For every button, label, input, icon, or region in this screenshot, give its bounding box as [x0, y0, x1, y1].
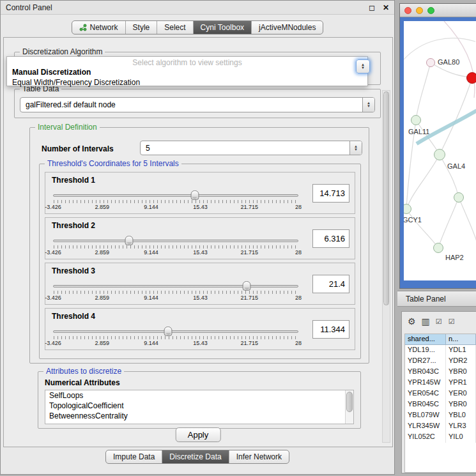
table-row[interactable]: YBR045CYBR0	[405, 399, 476, 410]
network-view-window: GAL80GAL11GAL4GCY1HAP2	[399, 3, 476, 289]
table-cell: YDR27...	[405, 356, 446, 367]
network-icon	[79, 24, 87, 31]
bottom-tab-segment: Impute Data Discretize Data Infer Networ…	[105, 450, 289, 464]
table-data-combo-value: galFiltered.sif default node	[20, 100, 362, 109]
table-row[interactable]: YIL052CYIL0	[405, 432, 476, 443]
select-columns-icon[interactable]: ☑	[436, 318, 443, 325]
algorithm-combo-stepper[interactable]: ▲ ▼	[356, 59, 370, 73]
algorithm-placeholder: Select algorithm to view settings	[7, 57, 367, 67]
slider-track[interactable]	[53, 330, 298, 333]
tab-jactivemnodules[interactable]: jActiveMNodules	[251, 21, 323, 34]
slider-track[interactable]	[53, 285, 298, 288]
popup-option-equal-width-frequency[interactable]: Equal Width/Frequency Discretization	[7, 77, 367, 88]
gear-icon[interactable]: ⚙	[408, 317, 416, 326]
scale-tick-label: 21.715	[240, 249, 258, 256]
table-cell: YBL0	[446, 410, 476, 421]
threshold-3-value-field[interactable]: 21.4	[312, 275, 349, 293]
tab-style[interactable]: Style	[125, 21, 157, 34]
table-panel-toolbar: ⚙ ▥ ☑ ☑	[402, 312, 476, 331]
network-node[interactable]	[466, 72, 476, 84]
network-node[interactable]	[454, 192, 464, 203]
threshold-3-label: Threshold 3	[52, 266, 95, 275]
tab-jactivemnodules-label: jActiveMNodules	[259, 23, 316, 32]
tab-discretize-data-label: Discretize Data	[169, 452, 221, 461]
threshold-1-slider: -3.4262.8599.14415.4321.71528	[53, 190, 298, 211]
network-node[interactable]	[426, 58, 435, 67]
top-tabstrip: Network Style Select Cyni Toolbox jActiv…	[1, 20, 394, 35]
slider-track[interactable]	[53, 194, 298, 197]
scale-tick-label: 28	[295, 340, 302, 346]
float-window-icon[interactable]: ◻	[369, 3, 375, 12]
scrollbar-thumb[interactable]	[346, 392, 353, 412]
close-icon[interactable]: ✕	[383, 3, 389, 12]
network-node[interactable]	[433, 243, 443, 253]
minimize-traffic-light[interactable]	[416, 7, 423, 14]
control-panel-scrollbar[interactable]	[382, 90, 390, 443]
tab-select[interactable]: Select	[157, 21, 192, 34]
numerical-attributes-list: SelfLoops TopologicalCoefficient Between…	[45, 390, 354, 424]
threshold-panel-1: Threshold 1 -3.4262.8599.14415.4321.7152…	[45, 172, 355, 214]
threshold-4-label: Threshold 4	[52, 312, 95, 321]
tab-cyni-toolbox[interactable]: Cyni Toolbox	[193, 21, 251, 34]
table-row[interactable]: YDR27...YDR2	[405, 356, 476, 367]
scale-tick-label: 21.715	[240, 295, 258, 301]
slider-thumb[interactable]	[125, 236, 134, 245]
tab-infer-network[interactable]: Infer Network	[229, 450, 289, 463]
popup-option-manual-discretization[interactable]: Manual Discretization	[7, 67, 367, 77]
table-row[interactable]: YER054CYER0	[405, 388, 476, 399]
threshold-2-value-field[interactable]: 6.316	[312, 229, 349, 248]
network-node[interactable]	[411, 115, 421, 125]
control-panel-titlebar: Control Panel ◻ ✕	[1, 1, 394, 15]
slider-track[interactable]	[53, 240, 298, 242]
attributes-group: Attributes to discretize Numerical Attri…	[38, 371, 361, 429]
table-data-combo[interactable]: galFiltered.sif default node ▲ ▼	[20, 97, 375, 112]
list-item-betweennesscentrality[interactable]: BetweennessCentrality	[45, 411, 353, 421]
table-row[interactable]: YDL19...YDL1	[405, 345, 476, 356]
slider-thumb[interactable]	[190, 190, 199, 200]
attributes-list-scrollbar[interactable]	[345, 390, 353, 424]
select-all-columns-icon[interactable]: ☑	[449, 318, 456, 325]
network-view-frame: GAL80GAL11GAL4GCY1HAP2	[400, 17, 476, 288]
scale-tick-label: -3.426	[45, 204, 61, 210]
table-cell: YLR345W	[405, 421, 446, 432]
threshold-4-value-field[interactable]: 11.344	[312, 320, 349, 339]
stepper-down-icon: ▼	[361, 66, 365, 70]
slider-thumb[interactable]	[243, 281, 251, 291]
table-cell: YBR0	[446, 367, 476, 378]
list-item-topologicalcoefficient[interactable]: TopologicalCoefficient	[45, 401, 353, 411]
table-row[interactable]: YBR043CYBR0	[405, 367, 476, 378]
threshold-1-label: Threshold 1	[52, 176, 95, 185]
column-header-shared-name[interactable]: shared...	[405, 334, 446, 345]
number-of-intervals-label: Number of Intervals	[42, 144, 114, 153]
thresholds-group: Threshold's Coordinates for 5 Intervals …	[39, 164, 361, 359]
columns-icon[interactable]: ▥	[422, 317, 430, 326]
scrollbar-thumb[interactable]	[383, 91, 389, 305]
table-row[interactable]: YPR145WYPR1	[405, 378, 476, 388]
table-cell: YPR145W	[405, 378, 446, 388]
close-traffic-light[interactable]	[404, 7, 411, 14]
slider-thumb[interactable]	[164, 326, 173, 336]
slider-scale: -3.4262.8599.14415.4321.71528	[53, 295, 298, 301]
network-node-label: GCY1	[404, 216, 422, 224]
apply-button[interactable]: Apply	[176, 427, 221, 442]
threshold-1-value-field[interactable]: 14.713	[312, 184, 349, 203]
list-item-selfloops[interactable]: SelfLoops	[45, 390, 353, 401]
network-node-label: GAL4	[447, 162, 465, 170]
network-canvas[interactable]: GAL80GAL11GAL4GCY1HAP2	[404, 21, 476, 280]
tab-network[interactable]: Network	[72, 21, 125, 34]
tab-infer-network-label: Infer Network	[236, 452, 282, 461]
zoom-traffic-light[interactable]	[427, 7, 434, 14]
table-panel-titlebar[interactable]: Table Panel	[397, 291, 476, 307]
network-node[interactable]	[434, 149, 445, 160]
interval-definition-group-title: Interval Definition	[35, 123, 100, 132]
stepper-down-glyph: ▼	[354, 148, 358, 151]
column-header-name[interactable]: n...	[446, 334, 476, 345]
combo-stepper-icon: ▲ ▼	[349, 141, 362, 155]
table-row[interactable]: YLR345WYLR3	[405, 421, 476, 432]
tab-impute-data[interactable]: Impute Data	[106, 450, 162, 463]
network-window-titlebar	[400, 4, 476, 17]
table-cell: YBR045C	[405, 399, 446, 410]
number-of-intervals-combo[interactable]: 5 ▲ ▼	[140, 141, 362, 155]
tab-discretize-data[interactable]: Discretize Data	[162, 450, 228, 463]
table-row[interactable]: YBL079WYBL0	[405, 410, 476, 421]
